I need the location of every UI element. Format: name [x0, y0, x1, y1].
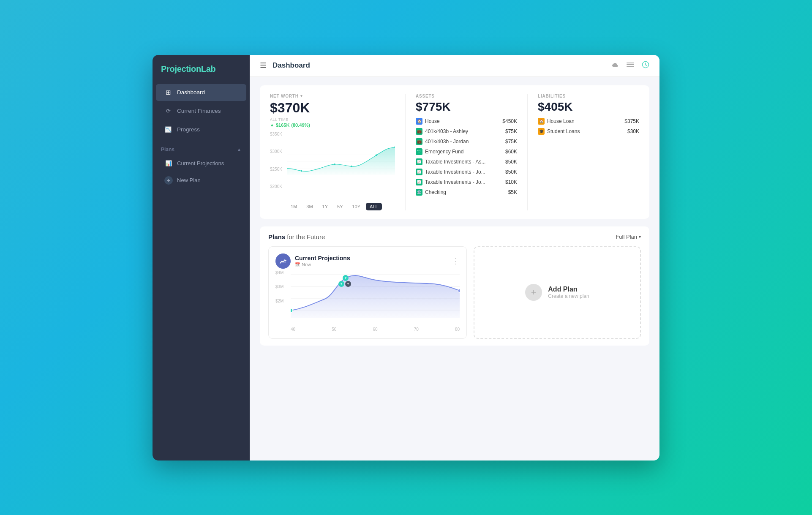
liabilities-label: LIABILITIES — [538, 94, 639, 98]
main-content: ☰ Dashboard — [250, 55, 659, 461]
add-plan-card[interactable]: + Add Plan Create a new plan — [474, 246, 641, 339]
liabilities-list: 🏠House Loan $375K 🎓Student Loans $30K — [538, 116, 639, 136]
sidebar-nav-item-current-finances[interactable]: ⟳ Current Finances — [156, 103, 246, 120]
svg-text:7: 7 — [345, 276, 347, 280]
chart-y-label-300: $300K — [270, 149, 282, 154]
emergency-fund-icon: 🛡 — [416, 148, 422, 155]
x-label-80: 80 — [455, 327, 460, 332]
asset-name-taxable-2: Taxable Investments - Jo... — [425, 169, 485, 175]
header-left: ☰ Dashboard — [260, 61, 310, 70]
401k-jordan-icon: 💼 — [416, 138, 422, 145]
plan-card-menu-icon[interactable]: ⋮ — [452, 257, 460, 265]
x-label-50: 50 — [332, 327, 336, 332]
sidebar: ProjectionLab ⊞ Dashboard ⟳ Current Fina… — [153, 55, 250, 461]
assets-list: 🏠 House $450K 💼401k/403b - Ashley $75K 💼… — [416, 116, 517, 197]
asset-value-house: $450K — [502, 118, 517, 124]
full-plan-filter[interactable]: Full Plan ▾ — [616, 234, 641, 240]
liabilities-divider — [527, 94, 528, 210]
time-btn-1m[interactable]: 1M — [287, 203, 301, 210]
time-btn-10y[interactable]: 10Y — [349, 203, 365, 210]
asset-value-taxable-3: $10K — [505, 179, 517, 185]
liability-name-student-loans: Student Loans — [547, 128, 580, 134]
time-period-buttons: 1M 3M 1Y 5Y 10Y ALL — [287, 203, 395, 210]
logo-text-accent: Lab — [201, 64, 216, 74]
liabilities-value: $405K — [538, 100, 639, 114]
time-btn-1y[interactable]: 1Y — [319, 203, 332, 210]
change-pct: (80.49%) — [291, 123, 310, 128]
plan-chart-wrapper: $4M $3M $2M $1M — [275, 270, 460, 332]
house-asset-icon: 🏠 — [416, 118, 422, 125]
sidebar-label-current-projections: Current Projections — [177, 160, 224, 166]
plans-section: Plans for the Future Full Plan ▾ — [260, 226, 649, 346]
asset-row-401k-ashley: 💼401k/403b - Ashley $75K — [416, 126, 517, 136]
liability-value-student-loans: $30K — [627, 128, 639, 134]
assets-divider — [405, 94, 406, 210]
asset-name-checking: Checking — [425, 189, 446, 195]
svg-text:7: 7 — [341, 282, 343, 286]
time-btn-3m[interactable]: 3M — [302, 203, 316, 210]
sidebar-nav-item-dashboard[interactable]: ⊞ Dashboard — [156, 84, 246, 101]
asset-name-emergency: Emergency Fund — [425, 149, 463, 155]
plan-chart-area: $4M $3M $2M $1M — [275, 270, 460, 325]
asset-row-checking: 🏦Checking $5K — [416, 187, 517, 197]
net-worth-chart-svg — [287, 132, 395, 189]
new-plan-sidebar-icon: + — [164, 176, 173, 185]
current-projections-card[interactable]: Current Projections 📅 Now ⋮ — [268, 246, 467, 339]
svg-point-18 — [291, 308, 293, 313]
time-btn-all[interactable]: ALL — [366, 203, 382, 210]
current-projections-sidebar-icon: 📊 — [164, 159, 173, 168]
asset-value-emergency: $60K — [505, 149, 517, 155]
svg-point-17 — [458, 289, 460, 292]
chart-y-label-350: $350K — [270, 132, 282, 136]
asset-row-emergency: 🛡Emergency Fund $60K — [416, 147, 517, 157]
plan-projection-chart-svg: 7 7 ? — [291, 270, 460, 318]
cloud-icon[interactable] — [610, 61, 619, 70]
asset-row-taxable-1: 📈Taxable Investments - As... $50K — [416, 157, 517, 167]
add-plan-inner: + Add Plan Create a new plan — [525, 284, 589, 301]
plans-section-header: Plans ▲ — [153, 139, 250, 155]
dashboard-body: NET WORTH ▾ $370K ALL TIME ▲ $165K (80.4… — [250, 77, 659, 461]
asset-value-401k-jordan: $75K — [505, 139, 517, 144]
plan-card-title-row: Current Projections 📅 Now — [275, 253, 350, 269]
add-plan-title: Add Plan — [548, 286, 589, 293]
asset-name-taxable-1: Taxable Investments - As... — [425, 159, 485, 165]
plan-card-subtitle: 📅 Now — [295, 262, 350, 267]
x-label-70: 70 — [414, 327, 419, 332]
plans-header: Plans for the Future Full Plan ▾ — [268, 233, 641, 240]
hamburger-menu-icon[interactable]: ☰ — [260, 61, 267, 70]
liability-value-house-loan: $375K — [624, 118, 639, 124]
current-finances-icon: ⟳ — [164, 107, 172, 115]
net-worth-label: NET WORTH ▾ — [270, 94, 395, 98]
sidebar-label-dashboard: Dashboard — [177, 89, 205, 95]
asset-row-taxable-3: 📈Taxable Investments - Jo... $10K — [416, 177, 517, 187]
liability-name-house-loan: House Loan — [547, 118, 575, 124]
assets-value: $775K — [416, 100, 517, 114]
time-btn-5y[interactable]: 5Y — [333, 203, 346, 210]
change-value: $165K — [276, 123, 289, 128]
full-plan-label: Full Plan — [616, 234, 637, 240]
asset-row-401k-jordan: 💼401k/403b - Jordan $75K — [416, 136, 517, 147]
layers-icon[interactable] — [627, 61, 634, 71]
asset-value-taxable-1: $50K — [505, 159, 517, 165]
dashboard-icon: ⊞ — [164, 89, 172, 96]
taxable-1-icon: 📈 — [416, 158, 422, 165]
full-plan-chevron-icon: ▾ — [639, 234, 641, 239]
sidebar-nav-item-progress[interactable]: 📉 Progress — [156, 121, 246, 138]
header-right — [610, 61, 649, 71]
sidebar-plan-item-new-plan[interactable]: + New Plan — [156, 172, 246, 188]
y-label-3m: $3M — [275, 284, 291, 289]
y-label-2m: $2M — [275, 299, 291, 303]
svg-point-9 — [334, 163, 335, 165]
sidebar-plan-item-current-projections[interactable]: 📊 Current Projections — [156, 155, 246, 172]
net-worth-dropdown-icon[interactable]: ▾ — [300, 94, 303, 98]
change-badge: ▲ $165K (80.49%) — [270, 123, 310, 128]
clock-icon[interactable] — [642, 61, 649, 71]
svg-point-10 — [351, 165, 352, 167]
x-label-60: 60 — [373, 327, 377, 332]
plans-section-label: Plans — [161, 147, 174, 153]
svg-point-8 — [300, 170, 302, 172]
svg-point-11 — [394, 146, 395, 148]
chart-y-label-250: $250K — [270, 167, 282, 172]
app-logo: ProjectionLab — [153, 55, 250, 83]
plan-chart-y-axis: $4M $3M $2M $1M — [275, 270, 291, 325]
